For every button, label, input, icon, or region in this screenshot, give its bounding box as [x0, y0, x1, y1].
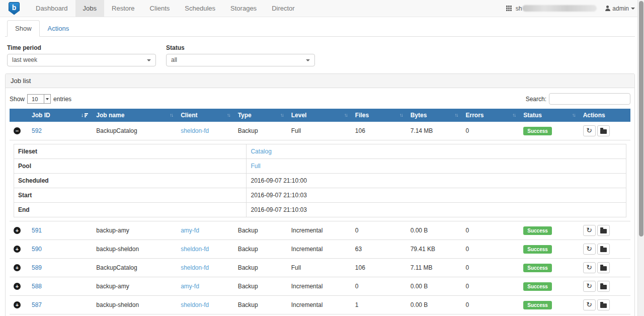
rerun-job-button[interactable]: ↻ — [583, 225, 596, 236]
client-link[interactable]: sheldon-fd — [181, 301, 209, 308]
expand-row-icon[interactable]: + — [14, 246, 21, 253]
job-name-cell: BackupCatalog — [92, 259, 177, 277]
status-badge: Success — [523, 264, 552, 272]
type-cell: Backup — [234, 122, 287, 140]
job-id-link[interactable]: 591 — [32, 227, 42, 234]
time-period-select[interactable]: last week — [7, 54, 156, 66]
job-list-panel: Job list Show 10 entries Search: — [5, 73, 635, 316]
col-header-status[interactable]: Status↑↓ — [519, 109, 579, 122]
errors-cell: 0 — [461, 221, 519, 240]
type-cell: Backup — [234, 296, 287, 314]
page-scrollbar[interactable] — [637, 0, 644, 316]
col-header-type[interactable]: Type↑↓ — [234, 109, 287, 122]
job-files-button[interactable] — [597, 299, 610, 310]
search-input[interactable] — [549, 93, 630, 105]
type-cell: Backup — [234, 314, 287, 316]
folder-icon — [600, 229, 607, 233]
errors-cell: 0 — [461, 277, 519, 296]
rerun-job-button[interactable]: ↻ — [583, 244, 596, 255]
job-id-link[interactable]: 589 — [32, 264, 42, 271]
status-badge: Success — [523, 301, 552, 309]
folder-icon — [600, 129, 607, 134]
errors-cell: 0 — [461, 240, 519, 259]
level-cell: Full — [287, 122, 351, 140]
detail-value-link[interactable]: Full — [251, 163, 260, 170]
job-files-button[interactable] — [597, 281, 610, 292]
col-header-job-name[interactable]: Job name↑↓ — [92, 109, 177, 122]
rerun-job-button[interactable]: ↻ — [583, 281, 596, 292]
client-link[interactable]: sheldon-fd — [181, 246, 209, 253]
user-name: admin — [612, 5, 629, 12]
client-link[interactable]: amy-fd — [181, 227, 199, 234]
col-header-actions[interactable]: Actions — [579, 109, 630, 122]
job-id-link[interactable]: 587 — [32, 301, 42, 308]
col-header-bytes[interactable]: Bytes↑↓ — [407, 109, 462, 122]
page-length-control: Show 10 entries — [10, 94, 71, 104]
panel-title: Job list — [6, 74, 634, 88]
collapse-row-icon[interactable]: − — [14, 127, 21, 134]
tab-show[interactable]: Show — [7, 20, 40, 37]
rerun-job-button[interactable]: ↻ — [583, 125, 596, 136]
expand-row-icon[interactable]: + — [14, 301, 21, 308]
level-cell: Incremental — [287, 277, 351, 296]
bytes-cell: 7.14 MB — [407, 122, 462, 140]
detail-label: Start — [14, 188, 247, 203]
nav-item-schedules[interactable]: Schedules — [177, 0, 223, 17]
job-files-button[interactable] — [597, 225, 610, 236]
client-link[interactable]: sheldon-fd — [181, 264, 209, 271]
nav-item-dashboard[interactable]: Dashboard — [28, 0, 75, 17]
nav-item-storages[interactable]: Storages — [223, 0, 264, 17]
expand-row-icon[interactable]: + — [14, 264, 21, 271]
refresh-icon: ↻ — [586, 301, 592, 308]
apps-grid-icon[interactable] — [506, 6, 512, 11]
client-link[interactable]: amy-fd — [181, 283, 199, 290]
files-cell: 106 — [351, 259, 407, 277]
errors-cell: 0 — [461, 259, 519, 277]
nav-item-restore[interactable]: Restore — [104, 0, 142, 17]
nav-item-jobs[interactable]: Jobs — [75, 0, 104, 17]
detail-value-link[interactable]: Catalog — [251, 148, 271, 155]
job-name-cell: backup-amy — [92, 221, 177, 240]
files-cell: 1 — [351, 296, 407, 314]
type-cell: Backup — [234, 277, 287, 296]
col-header-errors[interactable]: Errors↑↓ — [461, 109, 519, 122]
expand-row-icon[interactable]: + — [14, 283, 21, 290]
job-row-590: +590backup-sheldonsheldon-fdBackupIncrem… — [10, 240, 630, 259]
scrollbar-thumb[interactable] — [639, 1, 643, 236]
status-select[interactable]: all — [166, 54, 315, 66]
type-cell: Backup — [234, 240, 287, 259]
col-header-level[interactable]: Level↑↓ — [287, 109, 351, 122]
job-id-link[interactable]: 588 — [32, 283, 42, 290]
baculum-logo[interactable]: b — [0, 0, 28, 17]
nav-item-clients[interactable]: Clients — [142, 0, 178, 17]
folder-icon — [600, 303, 607, 308]
job-id-link[interactable]: 590 — [32, 246, 42, 253]
col-header-files[interactable]: Files↑↓ — [351, 109, 407, 122]
hostname-prefix: sh — [516, 5, 522, 12]
job-row-587: +587backup-sheldonsheldon-fdBackupIncrem… — [10, 296, 630, 314]
col-header-job-id[interactable]: Job ID↓ — [28, 109, 92, 122]
bytes-cell: 79.41 KB — [407, 240, 462, 259]
job-files-button[interactable] — [597, 244, 610, 255]
detail-row: Scheduled2016-09-07 21:10:00 — [14, 174, 626, 188]
detail-label: Pool — [14, 159, 247, 174]
client-link[interactable]: sheldon-fd — [181, 127, 209, 134]
bytes-cell: 0.00 B — [407, 277, 462, 296]
rerun-job-button[interactable]: ↻ — [583, 262, 596, 273]
job-files-button[interactable] — [597, 125, 610, 136]
entries-select[interactable]: 10 — [27, 94, 51, 104]
files-cell: 0 — [351, 221, 407, 240]
job-files-button[interactable] — [597, 262, 610, 273]
tab-actions[interactable]: Actions — [40, 20, 77, 37]
col-header-client[interactable]: Client↑↓ — [177, 109, 234, 122]
job-detail-child-row: FilesetCatalogPoolFullScheduled2016-09-0… — [10, 140, 630, 221]
nav-item-director[interactable]: Director — [264, 0, 302, 17]
job-table: Job ID↓Job name↑↓Client↑↓Type↑↓Level↑↓Fi… — [10, 109, 630, 316]
job-id-link[interactable]: 592 — [32, 127, 42, 134]
job-name-cell: backup-sheldon — [92, 240, 177, 259]
files-cell: 106 — [351, 314, 407, 316]
expand-row-icon[interactable]: + — [14, 227, 21, 234]
user-menu[interactable]: admin — [605, 5, 635, 12]
rerun-job-button[interactable]: ↻ — [583, 299, 596, 310]
level-cell: Full — [287, 259, 351, 277]
